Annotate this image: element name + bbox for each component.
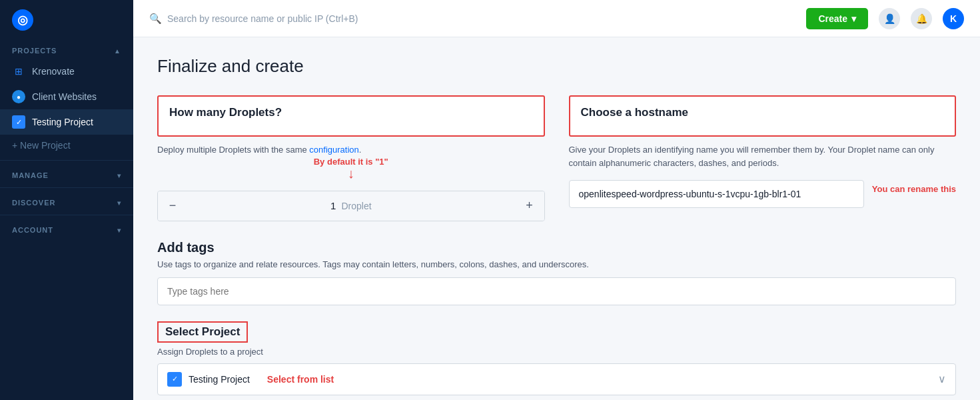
grid-icon: ⊞ bbox=[12, 65, 25, 78]
tags-desc: Use tags to organize and relate resource… bbox=[157, 259, 956, 269]
increase-button[interactable]: + bbox=[515, 191, 544, 221]
project-icon: ✓ bbox=[167, 372, 182, 387]
profile-icon[interactable]: 👤 bbox=[879, 8, 900, 29]
projects-section-header: PROJECTS ▲ bbox=[0, 40, 133, 59]
sidebar-item-label: Client Websites bbox=[32, 91, 97, 102]
droplets-section-title: How many Droplets? bbox=[169, 106, 533, 119]
default-annotation: By default it is "1" bbox=[314, 157, 388, 167]
project-dropdown[interactable]: ✓ Testing Project Select from list ∨ bbox=[157, 363, 956, 395]
manage-label: MANAGE bbox=[12, 171, 49, 179]
hostname-section-title: Choose a hostname bbox=[581, 106, 945, 119]
rename-hint: You can rename this bbox=[872, 184, 956, 194]
projects-chevron-icon: ▲ bbox=[114, 47, 121, 55]
manage-section-header[interactable]: MANAGE ▾ bbox=[0, 165, 133, 183]
assign-desc: Assign Droplets to a project bbox=[157, 347, 956, 357]
droplets-section-box: How many Droplets? bbox=[157, 95, 545, 137]
create-chevron-icon: ▾ bbox=[851, 13, 856, 24]
select-project-section: Select Project Assign Droplets to a proj… bbox=[157, 321, 956, 395]
tags-title: Add tags bbox=[157, 240, 956, 255]
droplets-desc: Deploy multiple Droplets with the same c… bbox=[157, 143, 545, 157]
decrease-button[interactable]: − bbox=[158, 191, 187, 221]
two-col-layout: How many Droplets? Deploy multiple Dropl… bbox=[157, 95, 956, 221]
discover-label: DISCOVER bbox=[12, 199, 55, 207]
create-label: Create bbox=[818, 13, 847, 24]
hostname-column: Choose a hostname Give your Droplets an … bbox=[569, 95, 957, 221]
hostname-row: You can rename this bbox=[569, 169, 957, 208]
droplet-unit: Droplet bbox=[341, 201, 371, 211]
dropdown-chevron-icon: ∨ bbox=[938, 373, 946, 385]
main-content: Finalize and create How many Droplets? D… bbox=[133, 37, 980, 400]
logo-icon: ◎ bbox=[12, 9, 33, 31]
tags-input[interactable] bbox=[157, 277, 956, 305]
divider-1 bbox=[0, 160, 133, 161]
create-button[interactable]: Create ▾ bbox=[806, 8, 868, 29]
hostname-section-box: Choose a hostname bbox=[569, 95, 957, 137]
annotation-row: By default it is "1" ↓ bbox=[157, 157, 545, 180]
droplet-count: 1 Droplet bbox=[187, 200, 515, 211]
divider-2 bbox=[0, 187, 133, 188]
avatar[interactable]: K bbox=[943, 8, 964, 29]
sidebar-item-krenovate[interactable]: ⊞ Krenovate bbox=[0, 59, 133, 84]
sidebar-item-client-websites[interactable]: ● Client Websites bbox=[0, 84, 133, 109]
topbar: 🔍 Search by resource name or public IP (… bbox=[133, 0, 980, 37]
manage-chevron-icon: ▾ bbox=[117, 172, 121, 179]
account-section-header[interactable]: ACCOUNT ▾ bbox=[0, 219, 133, 238]
down-arrow-icon: ↓ bbox=[348, 167, 354, 180]
search-bar[interactable]: 🔍 Search by resource name or public IP (… bbox=[149, 13, 358, 25]
page-title: Finalize and create bbox=[157, 56, 956, 77]
discover-section-header[interactable]: DISCOVER ▾ bbox=[0, 192, 133, 211]
main-wrapper: 🔍 Search by resource name or public IP (… bbox=[133, 0, 980, 400]
select-from-list-label[interactable]: Select from list bbox=[267, 374, 334, 385]
project-dropdown-left: ✓ Testing Project Select from list bbox=[167, 372, 334, 387]
logo-area: ◎ bbox=[0, 0, 133, 40]
check-icon: ✓ bbox=[12, 115, 25, 129]
hostname-desc: Give your Droplets an identifying name y… bbox=[569, 143, 957, 169]
droplets-column: How many Droplets? Deploy multiple Dropl… bbox=[157, 95, 545, 221]
project-name: Testing Project bbox=[189, 374, 250, 385]
account-label: ACCOUNT bbox=[12, 226, 53, 234]
topbar-right: Create ▾ 👤 🔔 K bbox=[806, 8, 964, 29]
select-project-box: Select Project bbox=[157, 321, 248, 343]
sidebar: ◎ PROJECTS ▲ ⊞ Krenovate ● Client Websit… bbox=[0, 0, 133, 400]
divider-3 bbox=[0, 215, 133, 215]
account-chevron-icon: ▾ bbox=[117, 227, 121, 234]
sidebar-item-testing-project[interactable]: ✓ Testing Project bbox=[0, 109, 133, 135]
search-placeholder: Search by resource name or public IP (Ct… bbox=[167, 13, 358, 24]
notifications-icon[interactable]: 🔔 bbox=[911, 8, 932, 29]
new-project-label: + New Project bbox=[12, 140, 71, 151]
search-icon: 🔍 bbox=[149, 13, 162, 25]
sidebar-item-label: Testing Project bbox=[32, 117, 93, 127]
configuration-link[interactable]: configuration bbox=[309, 145, 358, 155]
discover-chevron-icon: ▾ bbox=[117, 199, 121, 207]
droplets-desc-text: Deploy multiple Droplets with the same bbox=[157, 145, 309, 155]
select-project-title: Select Project bbox=[165, 325, 240, 338]
content-area: Finalize and create How many Droplets? D… bbox=[133, 37, 980, 400]
tags-section: Add tags Use tags to organize and relate… bbox=[157, 240, 956, 305]
circle-icon: ● bbox=[12, 90, 25, 103]
projects-label: PROJECTS bbox=[12, 47, 57, 55]
new-project-button[interactable]: + New Project bbox=[0, 135, 133, 156]
sidebar-item-label: Krenovate bbox=[32, 66, 75, 77]
droplet-counter: − 1 Droplet + bbox=[157, 191, 545, 221]
hostname-input[interactable] bbox=[569, 180, 864, 208]
